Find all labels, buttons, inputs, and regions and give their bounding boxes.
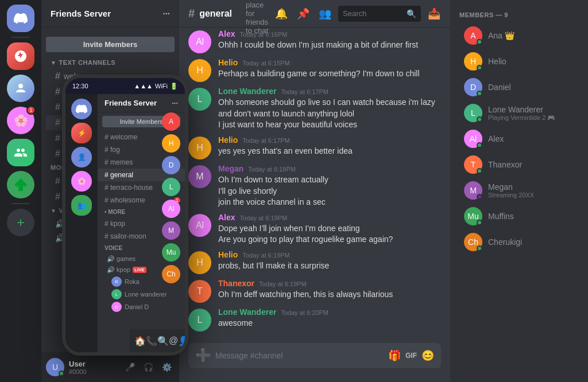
server-header-icons: ··· xyxy=(163,9,170,18)
pin-icon[interactable]: 📌 xyxy=(295,5,312,22)
member-avatar: H xyxy=(464,52,482,71)
add-attachment-button[interactable]: ➕ xyxy=(195,348,211,363)
phone-time: 12:30 xyxy=(72,83,88,89)
server-icon-1[interactable] xyxy=(7,42,34,70)
phone-server-friends[interactable]: 👥 xyxy=(71,195,92,216)
phone-server-name: Friends Server xyxy=(105,99,157,107)
phone-vm-lone[interactable]: L Lone wanderer xyxy=(98,288,185,301)
message-header: Lone WandererToday at 6:20PM xyxy=(218,307,441,317)
member-avatar: L xyxy=(464,104,482,122)
message-text: join the voice channel in a sec xyxy=(218,197,441,208)
message-input[interactable] xyxy=(215,351,384,360)
channel-header: # general A place for friends to chat 🔔 … xyxy=(179,0,450,28)
member-name: Ana 👑 xyxy=(488,31,579,40)
message-author[interactable]: Helio xyxy=(218,135,238,145)
member-item[interactable]: AAna 👑 xyxy=(455,23,583,48)
phone-more-icon[interactable]: ··· xyxy=(172,99,178,107)
members-icon[interactable]: 👥 xyxy=(316,5,334,22)
user-info: User #0000 xyxy=(69,360,122,375)
message-content: AlexToday at 6:19PMDope yeah I'll join w… xyxy=(218,213,441,245)
phone-server-2[interactable]: 👤 xyxy=(71,147,92,167)
search-bar: 🔍 xyxy=(338,6,421,22)
message-author[interactable]: Helio xyxy=(218,250,238,259)
notification-icon[interactable]: 🔔 xyxy=(273,5,290,22)
search-input[interactable] xyxy=(343,9,407,18)
member-item[interactable]: ChCherukigi xyxy=(455,229,583,255)
message-author[interactable]: Lone Wanderer xyxy=(218,307,276,317)
discord-home-icon[interactable] xyxy=(7,5,34,32)
inbox-icon[interactable]: 📥 xyxy=(425,5,443,22)
server-icon-3[interactable]: 🌸 1 xyxy=(7,107,34,134)
phone-profile-icon[interactable]: 👤 xyxy=(178,336,185,346)
chevron-icon: ▼ xyxy=(51,208,56,214)
message-content: MeganToday at 6:18PMOh I'm down to strea… xyxy=(218,164,441,208)
member-status-dot xyxy=(477,65,482,71)
phone-search-icon[interactable]: 🔍 xyxy=(157,336,169,346)
gift-icon[interactable]: 🎁 xyxy=(388,349,401,362)
message-group: HHelioToday at 6:19PMprobs, but I'll mak… xyxy=(179,248,450,276)
message-text: I just want to hear your beautiful voice… xyxy=(218,119,441,131)
user-area: U User #0000 🎤 🎧 ⚙️ xyxy=(41,352,179,382)
phone-at-icon[interactable]: @ xyxy=(169,336,178,346)
add-server-button[interactable]: + xyxy=(7,209,34,236)
phone-discord-icon[interactable] xyxy=(71,99,92,119)
message-author[interactable]: Alex xyxy=(218,29,235,38)
invite-members-button[interactable]: Invite Members xyxy=(46,37,175,52)
phone-home-icon[interactable]: 🏠 xyxy=(134,336,146,346)
member-avatar: D xyxy=(464,78,482,96)
message-avatar: H xyxy=(188,59,211,82)
hash-icon: # xyxy=(55,176,60,186)
phone-call-icon[interactable]: 📞 xyxy=(146,336,157,346)
message-content: Lone WandererToday at 6:17PMOhh someone … xyxy=(218,87,441,131)
member-status-dot xyxy=(477,91,482,96)
member-item[interactable]: TThanexor xyxy=(455,152,583,177)
member-item[interactable]: LLone WandererPlaying Vermintide 2 🎮 xyxy=(455,100,583,126)
deafen-button[interactable]: 🎧 xyxy=(140,359,156,375)
phone-vm-daniel[interactable]: D Daniel D xyxy=(98,301,185,313)
members-sidebar: MEMBERS — 9 AAna 👑HHelioDDanielLLone Wan… xyxy=(450,0,588,382)
emoji-icon[interactable]: 😊 xyxy=(421,349,434,362)
server-header[interactable]: Friends Server ··· xyxy=(41,0,179,28)
member-item[interactable]: DDaniel xyxy=(455,75,583,100)
member-status-dot xyxy=(477,220,482,225)
phone-server-3[interactable]: 🌸 xyxy=(71,171,92,192)
member-item[interactable]: MMeganStreaming 20XX xyxy=(455,178,583,203)
message-group: LLone WandererToday at 6:17PMOhh someone… xyxy=(179,84,450,133)
member-avatar: T xyxy=(464,155,482,174)
server-icon-friends[interactable] xyxy=(7,139,34,166)
server-icon-sims[interactable] xyxy=(7,171,34,198)
message-group: HHelioToday at 6:17PMyes yes yes that's … xyxy=(179,133,450,162)
gif-icon[interactable]: GIF xyxy=(405,352,417,360)
mute-button[interactable]: 🎤 xyxy=(122,359,138,375)
message-avatar: L xyxy=(188,88,211,111)
member-item[interactable]: MuMuffins xyxy=(455,204,583,229)
message-author[interactable]: Thanexor xyxy=(218,279,254,288)
user-tag: #0000 xyxy=(69,368,122,375)
member-status-dot xyxy=(477,142,482,148)
more-options-icon[interactable]: ··· xyxy=(163,9,170,18)
phone-server-1[interactable]: ⚡ xyxy=(71,123,92,143)
phone-avatar-6: M xyxy=(162,221,180,240)
phone-avatar-8: Ch xyxy=(162,265,180,283)
message-group: MMeganToday at 6:18PMOh I'm down to stre… xyxy=(179,162,450,211)
message-author[interactable]: Lone Wanderer xyxy=(218,87,276,96)
member-info: Thanexor xyxy=(488,160,579,169)
user-status-dot xyxy=(59,371,64,376)
message-author[interactable]: Alex xyxy=(218,213,235,222)
message-author[interactable]: Megan xyxy=(218,164,243,173)
message-avatar: L xyxy=(188,309,211,332)
message-timestamp: Today at 6:19PM xyxy=(259,280,307,287)
settings-button[interactable]: ⚙️ xyxy=(158,359,175,375)
message-author[interactable]: Helio xyxy=(218,58,238,67)
server-icon-2[interactable] xyxy=(7,75,34,102)
member-item[interactable]: AlAlex xyxy=(455,126,583,151)
phone-avatars-list: A H D L Al M Mu Ch xyxy=(162,112,180,283)
phone-avatar-2: H xyxy=(162,134,180,153)
member-item[interactable]: HHelio xyxy=(455,49,583,74)
message-header: Lone WandererToday at 6:17PM xyxy=(218,87,441,96)
hash-icon: # xyxy=(55,118,60,128)
text-channels-header[interactable]: ▼ TEXT CHANNELS xyxy=(41,57,179,68)
hash-icon: # xyxy=(55,102,60,112)
member-status-dot xyxy=(477,116,482,122)
message-timestamp: Today at 6:17PM xyxy=(242,137,290,144)
